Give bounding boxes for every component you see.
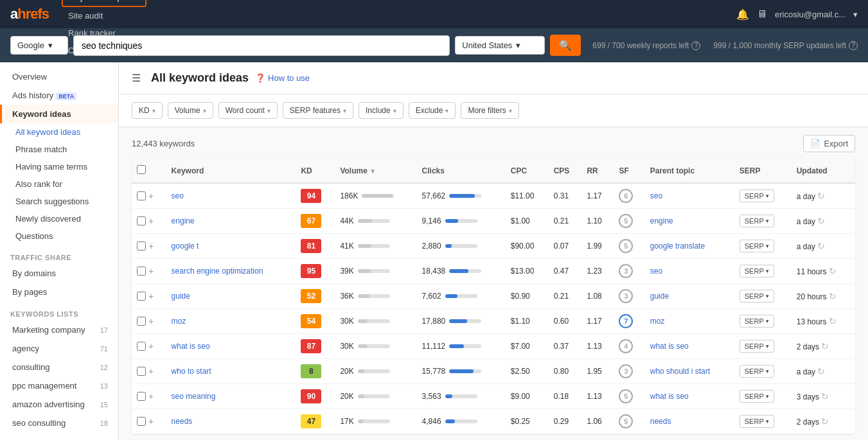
kd-filter[interactable]: KD ▾	[132, 102, 163, 119]
serp-button[interactable]: SERP ▾	[740, 290, 774, 303]
sidebar-item-overview[interactable]: Overview	[0, 67, 118, 86]
sidebar-list-item-amazon-advertising[interactable]: amazon advertising15	[0, 395, 118, 414]
keyword-link[interactable]: what is seo	[172, 342, 210, 351]
serp-button[interactable]: SERP ▾	[740, 265, 774, 277]
add-keyword-icon[interactable]: +	[148, 316, 154, 326]
user-dropdown-icon[interactable]: ▾	[853, 10, 858, 19]
sidebar-item-newly-discovered[interactable]: Newly discovered	[0, 210, 118, 227]
col-sf[interactable]: SF	[614, 159, 644, 183]
keyword-link[interactable]: search engine optimization	[172, 267, 263, 276]
exclude-filter[interactable]: Exclude ▾	[409, 102, 456, 119]
sidebar-item-all-keyword-ideas[interactable]: All keyword ideas	[0, 123, 118, 141]
notification-icon[interactable]: 🔔	[736, 8, 749, 21]
sidebar-list-item-Marketing-company[interactable]: Marketing company17	[0, 321, 118, 339]
sidebar-list-item-agency[interactable]: agency71	[0, 339, 118, 358]
serp-button[interactable]: SERP ▾	[740, 315, 774, 328]
hamburger-icon[interactable]: ☰	[132, 72, 141, 84]
parent-topic-link[interactable]: what is seo	[650, 392, 689, 401]
refresh-icon[interactable]: ↻	[821, 391, 829, 401]
nav-item-site-audit[interactable]: Site audit	[62, 7, 146, 24]
nav-item-keywords-explorer[interactable]: Keywords explorer	[62, 0, 146, 7]
more-filter[interactable]: More filters ▾	[461, 102, 518, 119]
wordcount-filter[interactable]: Word count ▾	[218, 102, 278, 119]
col-updated[interactable]: Updated	[792, 159, 855, 183]
col-kd[interactable]: KD	[296, 159, 335, 183]
monthly-info-icon[interactable]: ?	[849, 41, 858, 50]
col-serp[interactable]: SERP	[734, 159, 792, 183]
add-keyword-icon[interactable]: +	[148, 416, 154, 427]
keyword-link[interactable]: engine	[172, 216, 195, 225]
add-keyword-icon[interactable]: +	[148, 366, 154, 376]
serp-button[interactable]: SERP ▾	[740, 415, 774, 428]
engine-select[interactable]: Google ▾	[10, 36, 68, 55]
row-checkbox[interactable]	[137, 317, 146, 326]
keyword-link[interactable]: moz	[172, 317, 186, 326]
refresh-icon[interactable]: ↻	[817, 241, 825, 251]
col-keyword[interactable]: Keyword	[166, 159, 296, 183]
parent-topic-link[interactable]: moz	[650, 317, 665, 326]
add-keyword-icon[interactable]: +	[148, 241, 154, 251]
keyword-link[interactable]: seo	[172, 191, 184, 200]
sidebar-list-item-ppc-management[interactable]: ppc management13	[0, 376, 118, 395]
export-button[interactable]: 📄 Export	[803, 135, 855, 152]
serp-button[interactable]: SERP ▾	[740, 189, 774, 202]
row-checkbox[interactable]	[137, 242, 146, 251]
parent-topic-link[interactable]: what is seo	[650, 342, 689, 351]
keyword-link[interactable]: seo meaning	[172, 392, 216, 401]
search-input[interactable]	[73, 35, 450, 56]
user-email[interactable]: ericosiu@gmail.c...	[775, 10, 846, 19]
serp-button[interactable]: SERP ▾	[740, 365, 774, 378]
parent-topic-link[interactable]: google translate	[650, 242, 705, 251]
add-keyword-icon[interactable]: +	[148, 216, 154, 226]
sidebar-keyword-ideas-label[interactable]: Keyword ideas	[0, 105, 118, 123]
serp-filter[interactable]: SERP features ▾	[283, 102, 353, 119]
parent-topic-link[interactable]: who should i start	[650, 367, 710, 376]
volume-filter[interactable]: Volume ▾	[168, 102, 213, 119]
row-checkbox[interactable]	[137, 342, 146, 351]
row-checkbox[interactable]	[137, 267, 146, 276]
col-volume[interactable]: Volume ▼	[335, 159, 416, 183]
sidebar-item-by-domains[interactable]: By domains	[0, 264, 118, 283]
weekly-info-icon[interactable]: ?	[691, 41, 700, 50]
sidebar-item-also-rank-for[interactable]: Also rank for	[0, 175, 118, 193]
parent-topic-link[interactable]: seo	[650, 191, 662, 200]
sidebar-item-phrase-match[interactable]: Phrase match	[0, 141, 118, 158]
parent-topic-link[interactable]: needs	[650, 417, 671, 426]
search-button[interactable]: 🔍	[550, 35, 581, 56]
sidebar-item-questions[interactable]: Questions	[0, 227, 118, 245]
parent-topic-link[interactable]: guide	[650, 292, 669, 301]
include-filter[interactable]: Include ▾	[359, 102, 403, 119]
add-keyword-icon[interactable]: +	[148, 191, 154, 201]
sidebar-item-having-same-terms[interactable]: Having same terms	[0, 158, 118, 175]
serp-button[interactable]: SERP ▾	[740, 215, 774, 227]
serp-button[interactable]: SERP ▾	[740, 390, 774, 403]
refresh-icon[interactable]: ↻	[817, 216, 825, 226]
row-checkbox[interactable]	[137, 292, 146, 301]
keyword-link[interactable]: google t	[172, 242, 199, 251]
col-cpc[interactable]: CPC	[506, 159, 549, 183]
refresh-icon[interactable]: ↻	[821, 416, 829, 427]
row-checkbox[interactable]	[137, 417, 146, 426]
select-all-checkbox[interactable]	[137, 165, 146, 174]
sidebar-item-ads-history[interactable]: Ads historyBETA	[0, 86, 118, 105]
add-keyword-icon[interactable]: +	[148, 391, 154, 401]
refresh-icon[interactable]: ↻	[829, 316, 837, 326]
sidebar-item-by-pages[interactable]: By pages	[0, 283, 118, 301]
refresh-icon[interactable]: ↻	[817, 191, 825, 201]
add-keyword-icon[interactable]: +	[148, 291, 154, 301]
refresh-icon[interactable]: ↻	[821, 341, 829, 351]
sidebar-list-item-seo-consulting[interactable]: seo consulting18	[0, 414, 118, 432]
keyword-link[interactable]: guide	[172, 292, 190, 301]
country-select[interactable]: United States ▾	[455, 36, 545, 55]
row-checkbox[interactable]	[137, 367, 146, 376]
col-clicks[interactable]: Clicks	[417, 159, 506, 183]
refresh-icon[interactable]: ↻	[829, 291, 837, 301]
row-checkbox[interactable]	[137, 392, 146, 401]
row-checkbox[interactable]	[137, 191, 146, 200]
sidebar-item-search-suggestions[interactable]: Search suggestions	[0, 193, 118, 210]
monitor-icon[interactable]: 🖥	[757, 8, 767, 20]
how-to-use-link[interactable]: ❓ How to use	[255, 73, 310, 83]
add-keyword-icon[interactable]: +	[148, 341, 154, 351]
sidebar-list-item-consulting[interactable]: consulting12	[0, 358, 118, 376]
serp-button[interactable]: SERP ▾	[740, 240, 774, 252]
